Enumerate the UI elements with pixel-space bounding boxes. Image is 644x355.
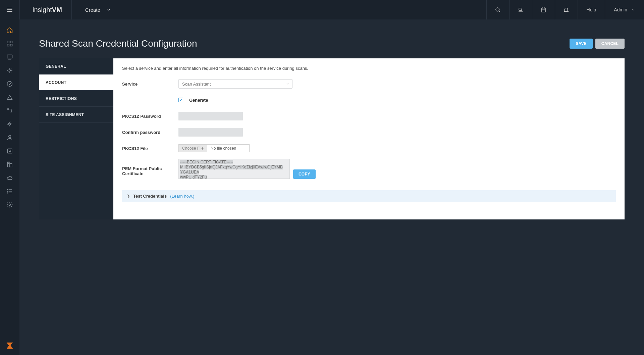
svg-rect-4 — [10, 41, 12, 43]
test-credentials-bar[interactable]: ❯ Test Credentials (Learn how.) — [122, 190, 616, 202]
left-nav-rail — [0, 0, 19, 355]
svg-point-9 — [9, 70, 11, 71]
generate-label: Generate — [189, 98, 208, 103]
svg-line-29 — [521, 10, 523, 12]
top-bar: insightVM Create — [19, 0, 644, 19]
product-prefix: insight — [33, 6, 52, 14]
tab-account[interactable]: ACCOUNT — [39, 74, 113, 91]
nav-users-icon[interactable] — [0, 131, 19, 144]
svg-rect-6 — [10, 44, 12, 46]
bell-icon — [563, 7, 569, 13]
nav-vulnerabilities-icon[interactable] — [0, 64, 19, 77]
calendar-icon — [540, 7, 546, 13]
svg-point-23 — [7, 191, 8, 192]
pkcs12-file-input: Choose File No file chosen — [178, 144, 250, 152]
query-builder-button[interactable] — [509, 0, 532, 19]
svg-point-12 — [11, 112, 12, 113]
form-description: Select a service and enter all informati… — [122, 66, 616, 71]
nav-list-icon[interactable] — [0, 185, 19, 198]
svg-point-26 — [496, 8, 499, 11]
svg-point-24 — [7, 193, 8, 193]
nav-assets-icon[interactable] — [0, 50, 19, 64]
pem-label: PEM Format Public Certificate — [122, 159, 178, 176]
svg-point-11 — [7, 108, 8, 109]
help-link[interactable]: Help — [578, 0, 605, 19]
pem-certificate-textarea[interactable]: -----BEGIN CERTIFICATE-----MIIBYDCB5gIIS… — [178, 159, 290, 179]
menu-toggle-button[interactable] — [0, 0, 19, 19]
nav-dashboard-icon[interactable] — [0, 37, 19, 50]
search-icon — [495, 7, 501, 13]
create-label: Create — [85, 7, 100, 13]
nav-settings-icon[interactable] — [0, 198, 19, 211]
svg-rect-31 — [541, 8, 545, 12]
pkcs12-file-label: PKCS12 File — [122, 146, 178, 151]
search-button[interactable] — [486, 0, 509, 19]
form-panel: Select a service and enter all informati… — [113, 58, 625, 219]
svg-point-13 — [9, 135, 11, 138]
nav-integrations-icon[interactable] — [0, 104, 19, 117]
nav-policies-icon[interactable] — [0, 77, 19, 91]
cancel-button[interactable]: CANCEL — [595, 39, 625, 49]
file-chosen-text: No file chosen — [207, 145, 249, 152]
pkcs12-password-input — [178, 112, 243, 120]
admin-menu[interactable]: Admin — [605, 0, 644, 19]
admin-label: Admin — [614, 7, 627, 12]
nav-sites-icon[interactable] — [0, 158, 19, 171]
query-icon — [518, 7, 524, 13]
tab-general[interactable]: GENERAL — [39, 58, 113, 74]
svg-point-25 — [9, 204, 11, 206]
brand-logo-icon — [0, 341, 19, 350]
svg-rect-3 — [7, 41, 9, 43]
product-logo[interactable]: insightVM — [20, 6, 71, 14]
notifications-button[interactable] — [555, 0, 578, 19]
side-tabs: GENERAL ACCOUNT RESTRICTIONS SITE ASSIGN… — [39, 58, 113, 219]
tab-restrictions[interactable]: RESTRICTIONS — [39, 91, 113, 107]
choose-file-button: Choose File — [179, 145, 207, 152]
nav-home-icon[interactable] — [0, 23, 19, 37]
nav-cloud-icon[interactable] — [0, 171, 19, 185]
calendar-button[interactable] — [532, 0, 555, 19]
chevron-right-icon: ❯ — [127, 194, 130, 198]
confirm-password-input — [178, 128, 243, 137]
svg-point-10 — [7, 82, 12, 87]
nav-risk-icon[interactable] — [0, 91, 19, 104]
svg-rect-16 — [10, 164, 12, 167]
create-menu[interactable]: Create — [72, 0, 124, 19]
nav-reports-icon[interactable] — [0, 144, 19, 158]
chevron-down-icon — [631, 8, 635, 12]
svg-rect-7 — [7, 55, 12, 58]
chevron-down-icon — [286, 82, 289, 86]
save-button[interactable]: SAVE — [570, 39, 593, 49]
svg-point-22 — [7, 189, 8, 190]
tab-site-assignment[interactable]: SITE ASSIGNMENT — [39, 107, 113, 123]
svg-point-28 — [519, 8, 522, 11]
service-select[interactable]: Scan Assistant — [178, 79, 292, 89]
product-suffix: VM — [52, 6, 62, 14]
copy-button[interactable]: COPY — [293, 169, 316, 179]
generate-checkbox[interactable] — [178, 98, 183, 102]
svg-rect-5 — [7, 44, 9, 46]
learn-how-link[interactable]: (Learn how.) — [170, 194, 194, 199]
pkcs12-password-label: PKCS12 Password — [122, 114, 178, 119]
help-label: Help — [587, 7, 596, 12]
confirm-password-label: Confirm password — [122, 130, 178, 135]
svg-line-27 — [499, 11, 500, 12]
service-label: Service — [122, 82, 178, 87]
page-title: Shared Scan Credential Configuration — [39, 38, 197, 49]
chevron-down-icon — [106, 7, 111, 12]
service-select-value: Scan Assistant — [182, 82, 211, 87]
nav-automation-icon[interactable] — [0, 117, 19, 131]
test-credentials-label: Test Credentials — [133, 194, 167, 199]
